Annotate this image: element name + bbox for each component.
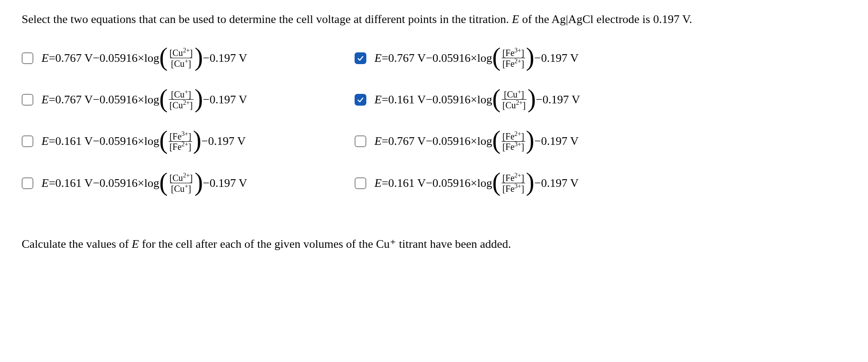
option-equation: E = 0.161 V − 0.05916 × log ([Cu2+][Cu+]… (42, 172, 247, 193)
option-5: E = 0.161 V − 0.05916 × log ([Fe3+][Fe2+… (22, 131, 346, 152)
option-equation: E = 0.767 V − 0.05916 × log ([Cu+][Cu2+]… (42, 89, 247, 110)
option-checkbox[interactable] (22, 94, 33, 106)
option-checkbox[interactable] (355, 52, 366, 64)
option-equation: E = 0.161 V − 0.05916 × log ([Fe2+][Fe3+… (374, 172, 579, 193)
option-checkbox[interactable] (355, 94, 366, 106)
option-2: E = 0.767 V − 0.05916 × log ([Fe3+][Fe2+… (355, 48, 679, 69)
option-equation: E = 0.161 V − 0.05916 × log ([Fe3+][Fe2+… (42, 131, 246, 152)
question-prompt: Select the two equations that can be use… (22, 9, 846, 30)
option-checkbox[interactable] (22, 135, 33, 147)
option-checkbox[interactable] (22, 177, 33, 189)
checkmark-icon (356, 54, 365, 62)
followup-var-E: E (132, 237, 139, 251)
option-1: E = 0.767 V − 0.05916 × log ([Cu2+][Cu+]… (22, 48, 346, 69)
option-equation: E = 0.767 V − 0.05916 × log ([Fe2+][Fe3+… (374, 131, 579, 152)
option-checkbox[interactable] (355, 177, 366, 189)
option-6: E = 0.767 V − 0.05916 × log ([Fe2+][Fe3+… (355, 131, 679, 152)
options-grid: E = 0.767 V − 0.05916 × log ([Cu2+][Cu+]… (22, 48, 846, 194)
prompt-text-after: AgCl electrode is 0.197 V. (568, 13, 692, 26)
option-equation: E = 0.767 V − 0.05916 × log ([Fe3+][Fe2+… (374, 48, 579, 69)
followup-text-pre: Calculate the values of (22, 237, 132, 251)
option-8: E = 0.161 V − 0.05916 × log ([Fe2+][Fe3+… (355, 172, 679, 193)
option-checkbox[interactable] (355, 135, 366, 147)
followup-prompt: Calculate the values of E for the cell a… (22, 234, 846, 254)
option-checkbox[interactable] (22, 52, 33, 64)
prompt-text-pre: Select the two equations that can be use… (22, 13, 512, 26)
option-equation: E = 0.767 V − 0.05916 × log ([Cu2+][Cu+]… (42, 48, 247, 69)
followup-text-mid: for the cell after each of the given vol… (139, 237, 390, 251)
prompt-text-mid: of the Ag (519, 13, 566, 26)
checkmark-icon (356, 96, 365, 104)
option-3: E = 0.767 V − 0.05916 × log ([Cu+][Cu2+]… (22, 89, 346, 110)
option-7: E = 0.161 V − 0.05916 × log ([Cu2+][Cu+]… (22, 172, 346, 193)
option-4: E = 0.161 V − 0.05916 × log ([Cu+][Cu2+]… (355, 89, 679, 110)
prompt-var-E: E (512, 13, 519, 26)
followup-superscript: ⁺ (390, 237, 396, 251)
followup-text-post: titrant have been added. (396, 237, 511, 251)
option-equation: E = 0.161 V − 0.05916 × log ([Cu+][Cu2+]… (374, 89, 580, 110)
